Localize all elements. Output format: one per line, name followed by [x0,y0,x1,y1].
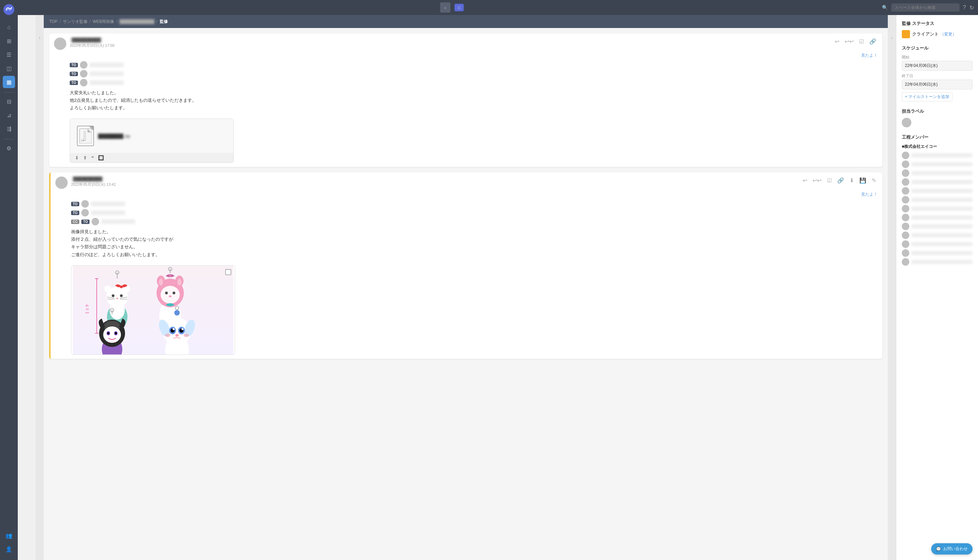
member-row-3 [902,169,973,177]
to-avatar-2-1 [81,200,89,208]
member-avatar-2 [902,160,909,168]
message-meta-2: ██████████ 2022年05月10日(火) 13:42 [71,177,798,187]
attachment-name-1: ████████.zip [98,133,130,138]
member-name-11 [911,242,973,246]
schedule-section: スケジュール 開始 22年04月06日(水) 終了日 22年04月06日(水) … [902,45,973,102]
image-icon[interactable]: ▦ [3,76,15,88]
member-company: ■株式会社エイコー [902,144,973,150]
breadcrumb-sanrio[interactable]: サンリオ監修 [63,19,87,25]
attachment-1: ZIP ████████.zip ⬇ ⬆ ❝ 🔲 [70,118,234,163]
flow-icon[interactable]: ⇶ [3,123,15,135]
check-btn-1[interactable]: ☑ [858,38,865,45]
reply-all-btn-1[interactable]: ↩↩ [843,38,855,45]
to-name-2-1 [91,202,125,206]
share-btn-1[interactable]: ⬆ [83,155,87,160]
image-checkbox-2[interactable] [225,269,231,275]
logo[interactable] [3,3,15,16]
table-icon[interactable]: ⊟ [3,95,15,108]
to-avatar-2-2 [81,209,89,217]
to-row-2-1: TO [71,200,878,208]
reply-all-btn-2[interactable]: ↩↩ [811,177,823,184]
to-avatar-1-2 [80,70,87,78]
image-preview-2: 約 16 cm [72,266,235,355]
member-row-7 [902,205,973,212]
tab-monitor[interactable]: □ [455,4,464,11]
topbar-center: ‹ □ [22,2,882,13]
member-avatar-8 [902,214,909,221]
edit-icon-2[interactable]: ✎ [870,177,878,184]
client-label: クライアント [912,31,939,37]
svg-text:約: 約 [86,304,89,307]
svg-point-66 [174,310,180,315]
download-icon-2[interactable]: ⬇ [848,177,855,184]
member-row-12 [902,249,973,257]
reply-btn-2[interactable]: ↩ [801,177,809,184]
user-icon[interactable]: 👤 [3,543,15,555]
message-card-2: ██████████ 2022年05月10日(火) 13:42 ↩ ↩↩ ☑ 🔗… [49,172,882,358]
svg-point-49 [115,332,117,334]
home-icon[interactable]: ⌂ [3,21,15,33]
client-row: クライアント （変更） [902,30,973,38]
body-line-1-2: 他2点発見しましたので、紐消したもの送らせていただきます。 [70,97,878,104]
help-icon[interactable]: ? [963,5,966,11]
link-btn-1[interactable]: 🔗 [868,38,878,45]
label-title: 担当ラベル [902,108,973,114]
refresh-icon[interactable]: ↻ [970,5,974,11]
member-avatar-11 [902,240,909,248]
avatar-1 [54,38,66,50]
member-name-1 [911,153,973,157]
member-row-2 [902,160,973,168]
member-name-2 [911,162,973,166]
nav-back-btn[interactable]: ‹ [440,2,450,13]
svg-point-63 [165,333,171,337]
label-section: 担当ラベル [902,108,973,127]
svg-text:16: 16 [86,308,89,311]
quote-btn-1[interactable]: ❝ [91,155,94,160]
attachment-actions-1: ⬇ ⬆ ❝ 🔲 [70,153,233,163]
check-btn-2[interactable]: ☑ [826,177,833,184]
chart-icon[interactable]: ⊿ [3,109,15,121]
sanrio-svg: 約 16 cm [73,266,233,355]
breadcrumb-top[interactable]: TOP [49,19,57,24]
to-row-2-2: TO [71,209,878,217]
svg-point-48 [107,332,109,334]
change-link[interactable]: （変更） [940,32,956,37]
seen-link-2[interactable]: 見たよ！ [50,192,882,200]
grid-icon[interactable]: ⊞ [3,35,15,47]
download-btn-1[interactable]: ⬇ [75,155,79,160]
to-badge-2-2: TO [71,211,79,215]
reply-btn-1[interactable]: ↩ [833,38,841,45]
search-input[interactable] [891,3,960,12]
panel-toggle-right[interactable]: ‹ [888,15,896,560]
svg-point-39 [169,275,172,277]
svg-point-33 [159,278,163,285]
sender-name-1: ██████████ [70,38,830,42]
milestone-btn[interactable]: + マイルストーンを追加 [902,92,952,102]
sidebar-divider [4,92,14,93]
info-btn-1[interactable]: 🔲 [98,155,104,160]
seen-link-1[interactable]: 見たよ！ [49,53,882,61]
to-row-1-2: TO [70,70,878,78]
sender-name-2: ██████████ [71,177,798,181]
list-icon[interactable]: ☰ [3,48,15,61]
layers-icon[interactable]: ◫ [3,62,15,75]
users-icon[interactable]: 👥 [3,529,15,542]
svg-point-10 [120,285,123,288]
member-title: 工程メンバー [902,134,973,140]
image-attachment-2: 約 16 cm [71,265,235,355]
member-row-10 [902,232,973,239]
to-avatar-1-3 [80,79,87,87]
cc-badge-2: CC [71,220,79,224]
member-name-7 [911,207,973,211]
save-icon-2[interactable]: 💾 [858,177,868,184]
zip-icon-1: ZIP [77,126,94,146]
message-time-2: 2022年05月10日(火) 13:42 [71,182,798,187]
link-btn-2[interactable]: 🔗 [836,177,846,184]
breadcrumb-blurred[interactable]: ████████████ [120,19,154,24]
panel-toggle-left[interactable]: › [35,15,44,560]
settings-icon[interactable]: ⚙ [3,142,15,154]
breadcrumb-web[interactable]: WEB用画像 [93,19,114,25]
status-section: 監修 ステータス クライアント （変更） [902,20,973,38]
contact-button[interactable]: 💬 お問い合わせ [931,543,973,555]
body-line-1-1: 大変失礼いたしました。 [70,89,878,97]
